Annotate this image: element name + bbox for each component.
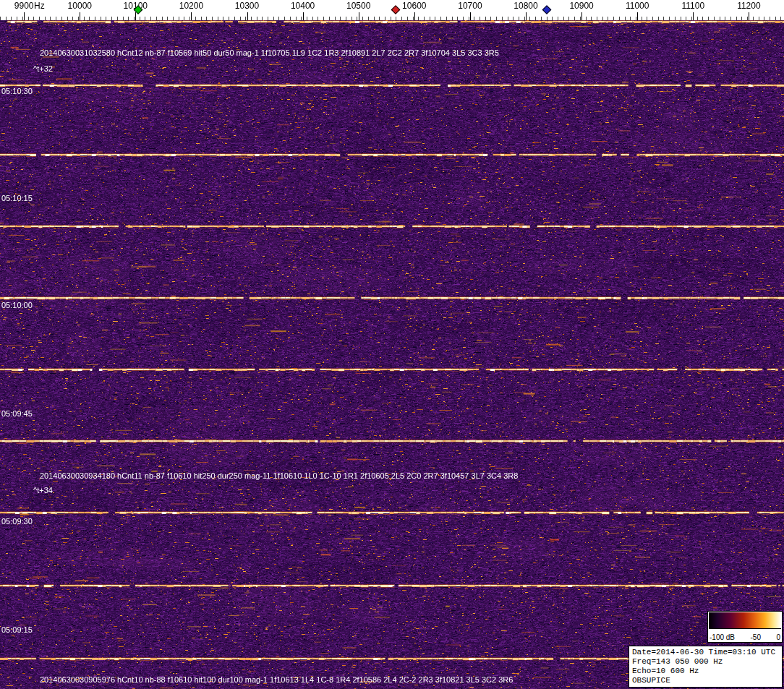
ruler-tick-10900 [581, 12, 582, 20]
ruler-tick-11200 [749, 12, 749, 20]
spectrogram-canvas[interactable] [0, 20, 784, 689]
ruler-tick-10100 [135, 12, 136, 20]
ruler-tick-label-10900: 10900 [569, 1, 593, 11]
ruler-tick-label-10600: 10600 [402, 1, 426, 11]
meteor-spectrogram-screen: 9900100001010010200103001040010500106001… [0, 0, 784, 689]
info-station: OBSUPICE [632, 676, 779, 685]
ruler-tick-11100 [693, 12, 694, 20]
ruler-tick-10400 [303, 12, 304, 20]
ruler-unit-label: Hz [34, 1, 45, 11]
ruler-tick-10600 [414, 12, 415, 20]
ruler-tick-10700 [470, 12, 471, 20]
ruler-tick-label-10300: 10300 [235, 1, 259, 11]
ruler-tick-label-11200: 11200 [737, 1, 760, 11]
red-diamond-marker[interactable] [391, 5, 401, 14]
colorbar-min-label: -100 dB [710, 633, 735, 641]
ruler-tick-10500 [359, 12, 359, 20]
ruler-tick-label-10800: 10800 [514, 1, 537, 11]
colorbar-gradient [709, 612, 781, 629]
frequency-ruler: 9900100001010010200103001040010500106001… [0, 0, 784, 20]
info-echo: Echo=10 600 Hz [632, 667, 779, 676]
ruler-tick-label-10000: 10000 [68, 1, 92, 11]
info-box: Date=2014-06-30 Time=03:10 UTC Freq=143 … [629, 646, 783, 688]
ruler-tick-11000 [637, 12, 638, 20]
ruler-tick-label-11000: 11000 [626, 1, 649, 11]
info-frequency: Freq=143 050 000 Hz [632, 657, 779, 667]
ruler-tick-9900 [24, 12, 25, 20]
ruler-tick-label-9900: 9900 [14, 1, 34, 11]
ruler-tick-label-11100: 11100 [682, 1, 705, 11]
ruler-tick-10200 [191, 12, 192, 20]
ruler-minor-ticks [0, 17, 784, 20]
ruler-tick-10000 [80, 12, 80, 20]
colorbar-max-label: 0 [776, 633, 780, 641]
colorbar-mid-label: -50 [751, 633, 761, 641]
ruler-tick-10300 [247, 12, 248, 20]
colorbar-legend: -100 dB -50 0 [707, 611, 783, 643]
ruler-tick-label-10500: 10500 [346, 1, 370, 11]
ruler-tick-10800 [526, 12, 527, 20]
ruler-tick-label-10200: 10200 [179, 1, 203, 11]
ruler-tick-label-10400: 10400 [291, 1, 315, 11]
colorbar-labels: -100 dB -50 0 [710, 633, 780, 641]
ruler-tick-label-10700: 10700 [458, 1, 482, 11]
blue-diamond-marker[interactable] [542, 5, 552, 14]
info-date-time: Date=2014-06-30 Time=03:10 UTC [632, 648, 779, 657]
